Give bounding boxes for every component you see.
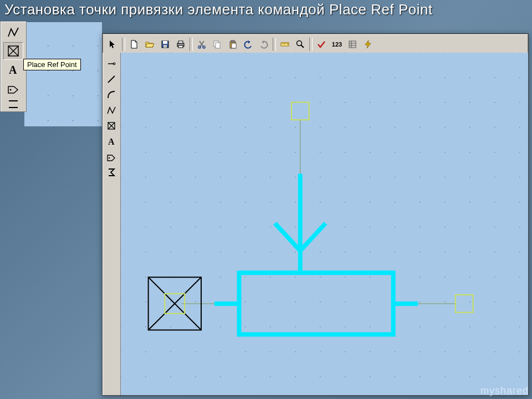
save-icon[interactable]: [158, 37, 172, 52]
ruler-icon[interactable]: [278, 37, 292, 52]
text-tool-icon[interactable]: A: [104, 134, 119, 149]
svg-text:A: A: [108, 137, 115, 146]
left-toolbar-cropped: A: [0, 21, 27, 112]
run-bolt-icon[interactable]: [361, 37, 375, 52]
options-icon[interactable]: [345, 37, 360, 52]
sigma-tool-icon[interactable]: [104, 165, 119, 180]
check-icon[interactable]: [314, 37, 329, 52]
svg-rect-10: [178, 45, 183, 48]
tag-tool-icon[interactable]: [3, 80, 23, 98]
svg-rect-17: [232, 43, 236, 48]
cut-icon[interactable]: [195, 37, 209, 52]
svg-rect-6: [163, 41, 167, 44]
watermark: myshared: [480, 385, 529, 397]
svg-line-33: [275, 223, 300, 251]
svg-rect-21: [349, 41, 356, 48]
text-tool-icon[interactable]: A: [3, 61, 23, 79]
svg-point-4: [10, 89, 12, 91]
svg-line-34: [300, 223, 326, 251]
tooltip: Place Ref Point: [23, 59, 81, 70]
svg-rect-9: [178, 41, 183, 43]
svg-rect-35: [239, 273, 393, 334]
open-file-icon[interactable]: [142, 37, 157, 52]
svg-line-20: [301, 45, 304, 48]
select-arrow-icon[interactable]: [106, 37, 120, 52]
slide-title: Установка точки привязки элемента команд…: [4, 1, 433, 18]
pin-tool-icon[interactable]: [104, 57, 119, 71]
separator: [122, 38, 125, 51]
misc-tool-icon[interactable]: [3, 99, 23, 110]
top-toolbar: 123: [103, 34, 528, 55]
separator: [190, 38, 193, 51]
side-toolbar: A: [103, 53, 121, 395]
svg-rect-16: [231, 40, 234, 42]
new-file-icon[interactable]: [127, 37, 141, 52]
num-label: 123: [332, 41, 342, 48]
svg-rect-30: [291, 102, 309, 120]
arc-tool-icon[interactable]: [104, 88, 119, 102]
redo-icon[interactable]: [257, 37, 271, 52]
separator: [273, 38, 276, 51]
polyline-tool-icon[interactable]: [3, 23, 23, 41]
svg-text:A: A: [9, 64, 17, 76]
refpoint-tool-icon[interactable]: [104, 119, 119, 133]
paste-icon[interactable]: [226, 37, 240, 52]
svg-rect-7: [163, 45, 167, 48]
app-window: 123: [102, 33, 529, 396]
polyline-tool-icon[interactable]: [104, 103, 119, 117]
numbers-icon[interactable]: 123: [330, 37, 344, 52]
svg-rect-40: [456, 295, 473, 313]
separator: [309, 38, 313, 51]
zoom-icon[interactable]: [293, 37, 308, 52]
svg-line-24: [108, 76, 115, 83]
undo-icon[interactable]: [241, 37, 255, 52]
copy-icon[interactable]: [210, 37, 224, 52]
tag-tool-icon[interactable]: [104, 150, 119, 164]
drawing-canvas[interactable]: [121, 53, 528, 395]
schematic-drawing: [121, 53, 528, 394]
line-tool-icon[interactable]: [104, 72, 119, 86]
refpoint-tool-icon[interactable]: [3, 42, 23, 60]
print-icon[interactable]: [173, 37, 188, 52]
small-canvas-bg: [24, 22, 102, 126]
svg-point-29: [109, 157, 110, 158]
svg-rect-14: [216, 43, 220, 48]
